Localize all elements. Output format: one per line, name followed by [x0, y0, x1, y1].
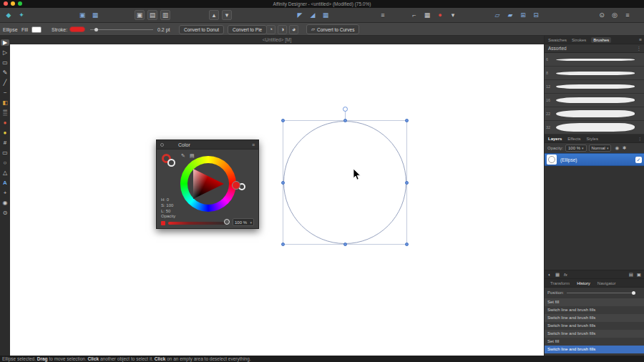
pencil-tool[interactable]: ╱: [1, 79, 9, 86]
grid-options-icon[interactable]: ▦: [422, 10, 432, 20]
picture-frame-icon[interactable]: ▦: [90, 10, 100, 20]
document-canvas[interactable]: [10, 44, 544, 356]
swatch-grid-icon[interactable]: ▤: [190, 153, 195, 159]
history-entry-selected[interactable]: Switch line and brush fills: [545, 346, 644, 353]
swatches-icon[interactable]: ▦: [555, 272, 560, 278]
swatch-red-icon[interactable]: ●: [1, 119, 9, 126]
panel-menu-icon[interactable]: ≡: [639, 37, 642, 42]
document-tab-label[interactable]: <Untitled> [M]: [263, 37, 291, 42]
brush-item[interactable]: 6: [545, 53, 644, 67]
insert-behind-icon[interactable]: ▥: [160, 10, 170, 20]
category-dots-icon[interactable]: ⋮: [637, 46, 642, 52]
convert-to-pie-button[interactable]: Convert to Pie: [228, 25, 267, 34]
fill-tool[interactable]: ◧: [1, 99, 9, 106]
insert-inside-icon[interactable]: ▣: [135, 10, 145, 20]
segment-mode-icon[interactable]: ◕: [289, 25, 298, 34]
selection-handle-se[interactable]: [405, 243, 409, 246]
tab-brushes[interactable]: Brushes: [591, 37, 611, 43]
convert-to-curves-button[interactable]: ▱ Convert to Curves: [306, 24, 359, 34]
transform-flip-v-icon[interactable]: ▰: [505, 10, 515, 20]
brush-item[interactable]: 16: [545, 94, 644, 107]
selection-bounding-box[interactable]: [283, 120, 407, 245]
panel-close-icon[interactable]: [160, 143, 164, 147]
vector-brush-tool[interactable]: ~: [1, 89, 9, 96]
brush-category-select[interactable]: Assorted: [548, 46, 567, 51]
fill-color-well[interactable]: [167, 159, 175, 167]
align-left-icon[interactable]: ◤: [295, 10, 305, 20]
order-forward-icon[interactable]: ▴: [209, 10, 219, 20]
opacity-slider[interactable]: [168, 222, 228, 225]
selection-handle-w[interactable]: [281, 181, 285, 185]
align-center-icon[interactable]: ◢: [308, 10, 318, 20]
layer-visibility-checkbox[interactable]: ✓: [635, 157, 642, 163]
zoom-view-icon[interactable]: ⊙: [597, 10, 607, 20]
transparency-tool[interactable]: ▒: [1, 109, 9, 116]
opacity-caret-icon[interactable]: ▾: [250, 220, 252, 225]
history-entry[interactable]: Switch line and brush fills: [545, 306, 644, 314]
corner-tool-icon[interactable]: ⌐: [409, 10, 419, 20]
transform-rotate-icon[interactable]: ⊞: [518, 10, 528, 20]
history-entry[interactable]: Switch line and brush fills: [545, 314, 644, 322]
snapshot-icon[interactable]: ▤: [629, 272, 633, 278]
color-picker-tool[interactable]: +: [1, 190, 9, 196]
stroke-width-value[interactable]: 0.2 pt: [157, 23, 170, 36]
tab-transform[interactable]: Transform: [550, 281, 570, 285]
opacity-slider-knob[interactable]: [224, 219, 230, 225]
ellipse-object[interactable]: [283, 121, 406, 244]
layer-alpha-icon[interactable]: ◉: [615, 145, 619, 151]
tab-history[interactable]: History: [577, 281, 590, 285]
move-tool[interactable]: ▶: [1, 39, 9, 46]
position-slider-knob[interactable]: [632, 291, 635, 295]
pen-tool[interactable]: ✎: [1, 69, 9, 76]
box-select-tool[interactable]: ▭: [1, 59, 9, 66]
color-wheel-icon[interactable]: ◐: [548, 272, 551, 277]
tab-strokes[interactable]: Strokes: [572, 38, 586, 42]
tab-layers[interactable]: Layers: [548, 137, 562, 141]
insert-on-top-icon[interactable]: ▤: [147, 10, 157, 20]
convert-to-donut-button[interactable]: Convert to Donut: [179, 25, 224, 34]
brush-item[interactable]: 8: [545, 67, 644, 80]
transform-shear-icon[interactable]: ⊟: [531, 10, 541, 20]
transform-flip-h-icon[interactable]: ▱: [492, 10, 502, 20]
layers-dots-icon[interactable]: ⋮: [638, 136, 642, 141]
layer-opacity-select[interactable]: 100 % ▾: [565, 145, 587, 152]
selection-handle-e[interactable]: [405, 181, 409, 185]
ellipse-tool[interactable]: ○: [1, 160, 9, 166]
fill-swatch[interactable]: [31, 23, 42, 36]
distribute-icon[interactable]: ▦: [321, 10, 331, 20]
zoom-tool[interactable]: ⊙: [1, 210, 9, 216]
tab-effects[interactable]: Effects: [567, 137, 580, 141]
layer-thumbnail[interactable]: [547, 155, 557, 165]
rotation-handle[interactable]: [343, 107, 348, 112]
history-entry[interactable]: Switch line and brush fills: [545, 330, 644, 338]
selection-handle-nw[interactable]: [281, 119, 285, 122]
layers-empty-area[interactable]: [545, 166, 644, 270]
layer-settings-icon[interactable]: ✱: [623, 145, 626, 151]
corner-tool[interactable]: #: [1, 140, 9, 146]
brush-item[interactable]: 12: [545, 80, 644, 94]
place-image-icon[interactable]: ▣: [77, 10, 87, 20]
selection-handle-ne[interactable]: [405, 119, 409, 122]
export-page-icon[interactable]: ▣: [637, 272, 641, 278]
panel-menu-icon[interactable]: ≡: [252, 140, 255, 150]
stroke-width-slider[interactable]: [90, 23, 153, 36]
opacity-value-box[interactable]: 100 % ▾: [233, 218, 254, 226]
layer-row[interactable]: (Ellipse) ✓: [545, 153, 644, 166]
document-tab-strip[interactable]: <Untitled> [M]: [10, 36, 544, 44]
snapping-icon[interactable]: ●: [435, 10, 445, 20]
node-tool[interactable]: ▷: [1, 49, 9, 56]
pie-mode-icon[interactable]: ◔: [266, 25, 275, 34]
text-tool[interactable]: A: [1, 180, 9, 186]
tab-swatches[interactable]: Swatches: [548, 38, 567, 42]
swatch-yellow-icon[interactable]: ●: [1, 129, 9, 136]
draw-persona-icon[interactable]: ◆: [4, 10, 14, 20]
rectangle-tool[interactable]: ▭: [1, 150, 9, 156]
selection-handle-s[interactable]: [343, 243, 347, 246]
color-panel-header[interactable]: Color ≡: [157, 140, 258, 150]
brush-item[interactable]: 32: [545, 121, 644, 134]
stroke-swatch[interactable]: [69, 23, 85, 36]
selection-handle-sw[interactable]: [281, 243, 285, 246]
history-entry[interactable]: Switch line and brush fills: [545, 322, 644, 330]
window-menu-icon[interactable]: ≡: [623, 10, 633, 20]
history-entry[interactable]: Set fill: [545, 298, 644, 306]
